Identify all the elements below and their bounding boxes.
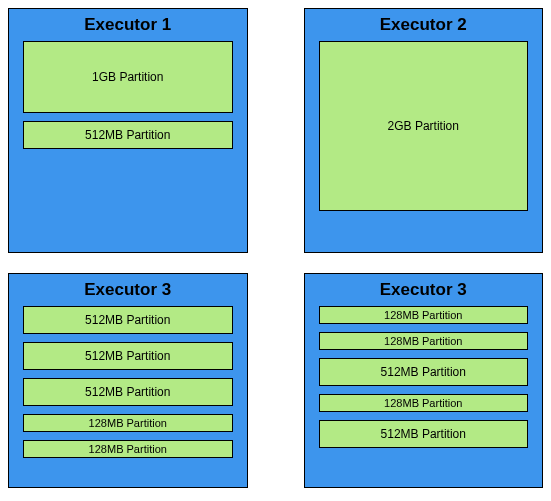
- partition-128mb: 128MB Partition: [319, 306, 529, 324]
- partition-512mb: 512MB Partition: [319, 420, 529, 448]
- partition-128mb: 128MB Partition: [23, 440, 233, 458]
- partition-128mb: 128MB Partition: [319, 332, 529, 350]
- partition-1gb: 1GB Partition: [23, 41, 233, 113]
- executor-3a: Executor 3 512MB Partition 512MB Partiti…: [8, 273, 248, 488]
- partition-128mb: 128MB Partition: [319, 394, 529, 412]
- executor-title: Executor 3: [319, 280, 529, 300]
- partition-128mb: 128MB Partition: [23, 414, 233, 432]
- executor-title: Executor 3: [23, 280, 233, 300]
- executor-2: Executor 2 2GB Partition: [304, 8, 544, 253]
- partition-512mb: 512MB Partition: [23, 342, 233, 370]
- executor-1: Executor 1 1GB Partition 512MB Partition: [8, 8, 248, 253]
- partition-2gb: 2GB Partition: [319, 41, 529, 211]
- executor-3b: Executor 3 128MB Partition 128MB Partiti…: [304, 273, 544, 488]
- executor-title: Executor 1: [23, 15, 233, 35]
- partition-512mb: 512MB Partition: [23, 306, 233, 334]
- executor-grid: Executor 1 1GB Partition 512MB Partition…: [8, 8, 543, 488]
- partition-512mb: 512MB Partition: [319, 358, 529, 386]
- partition-512mb: 512MB Partition: [23, 378, 233, 406]
- executor-title: Executor 2: [319, 15, 529, 35]
- partition-512mb: 512MB Partition: [23, 121, 233, 149]
